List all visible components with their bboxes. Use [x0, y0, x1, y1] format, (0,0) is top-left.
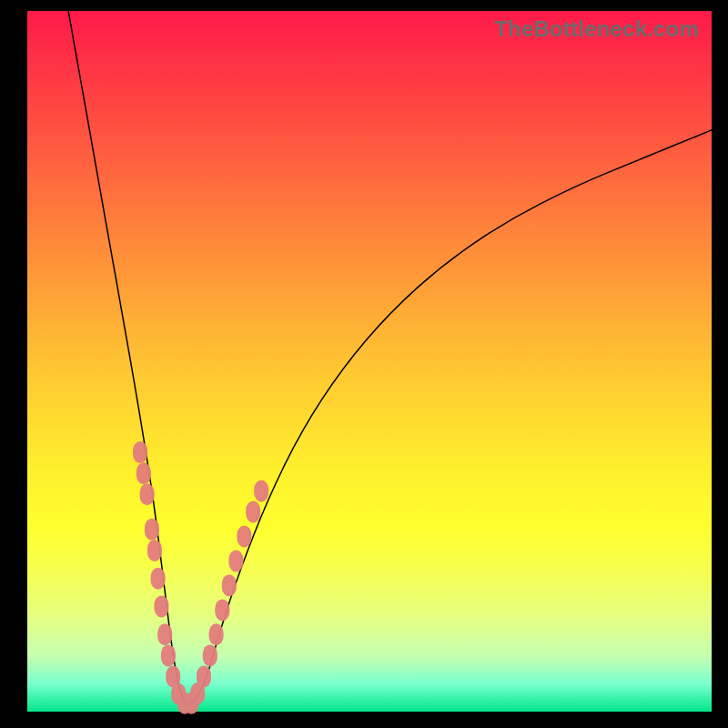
- curve-marker: [203, 644, 217, 666]
- marker-cluster: [133, 441, 268, 714]
- curve-marker: [147, 540, 162, 561]
- curve-marker: [228, 551, 243, 572]
- curve-marker: [145, 519, 159, 541]
- chart-svg: [27, 11, 712, 712]
- curve-marker: [237, 526, 251, 548]
- curve-marker: [157, 623, 172, 645]
- curve-marker: [215, 599, 229, 621]
- curve-marker: [161, 644, 176, 666]
- curve-marker: [133, 441, 147, 463]
- curve-marker: [154, 596, 168, 618]
- curve-marker: [136, 462, 151, 484]
- curve-marker: [209, 623, 224, 645]
- curve-marker: [254, 480, 268, 502]
- curve-marker: [151, 568, 166, 590]
- curve-marker: [222, 574, 237, 596]
- curve-marker: [197, 666, 211, 688]
- chart-frame: TheBottleneck.com: [27, 11, 712, 712]
- curve-marker: [246, 501, 260, 523]
- curve-marker: [140, 483, 155, 505]
